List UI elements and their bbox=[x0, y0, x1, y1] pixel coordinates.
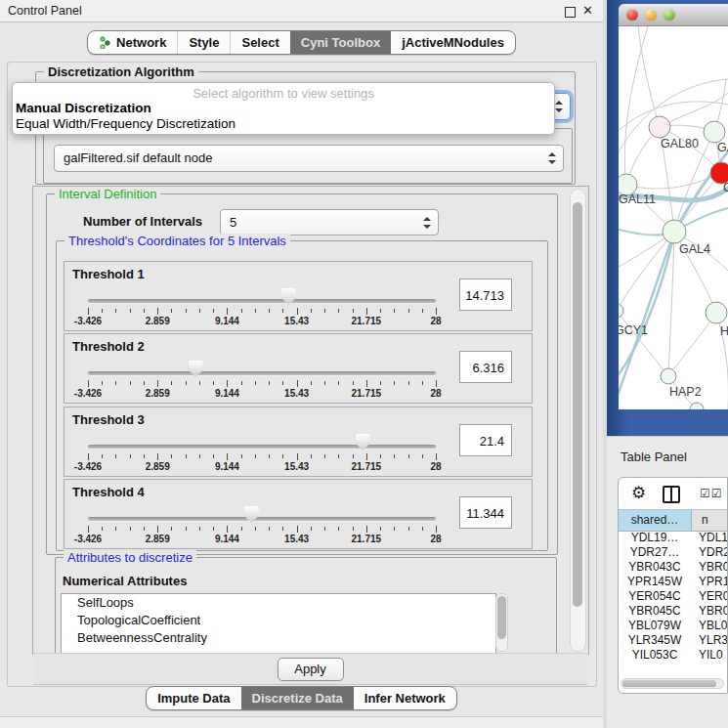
threshold-panel-1: Threshold 1 -3.4262.8599.14415.4321.7152… bbox=[64, 261, 533, 331]
threshold-panel-2: Threshold 2 -3.4262.8599.14415.4321.7152… bbox=[64, 333, 533, 404]
table-row[interactable]: YER054C YER0 bbox=[619, 589, 728, 604]
slider-track[interactable] bbox=[88, 445, 436, 449]
tab-style[interactable]: Style bbox=[177, 31, 230, 54]
threshold-value-field[interactable]: 21.4 bbox=[459, 424, 512, 456]
network-edge[interactable] bbox=[668, 313, 716, 376]
zoom-traffic-light-icon[interactable] bbox=[664, 9, 675, 21]
tab-label: Infer Network bbox=[364, 691, 446, 706]
tab-jactivemnodules[interactable]: jActiveMNodules bbox=[391, 31, 515, 54]
table-row[interactable]: YIL053C YIL0 bbox=[619, 648, 728, 663]
table-row[interactable]: YDL19… YDL1 bbox=[619, 531, 728, 545]
top-tab-bar: NetworkStyleSelectCyni ToolboxjActiveMNo… bbox=[0, 30, 603, 55]
tab-select[interactable]: Select bbox=[230, 31, 289, 54]
apply-button[interactable]: Apply bbox=[278, 658, 344, 681]
thresholds-group: Threshold's Coordinates for 5 Intervals … bbox=[56, 240, 548, 551]
node-label: GAL4 bbox=[679, 242, 710, 256]
network-node-gcy1[interactable] bbox=[619, 304, 623, 318]
tick-label: 9.144 bbox=[215, 316, 239, 326]
network-edge[interactable] bbox=[624, 26, 648, 185]
network-view-window[interactable]: GAL80GACGAL11GAL4GCY1HHAP2 bbox=[619, 4, 728, 409]
group-title-thresholds: Threshold's Coordinates for 5 Intervals bbox=[64, 234, 290, 248]
network-canvas[interactable]: GAL80GACGAL11GAL4GCY1HHAP2 bbox=[619, 26, 728, 409]
algorithm-dropdown-popup: Select algorithm to view settings Manual… bbox=[12, 82, 555, 135]
tick-label: 21.715 bbox=[352, 534, 382, 544]
tab-label: Network bbox=[116, 35, 166, 50]
numerical-attributes-label: Numerical Attributes bbox=[63, 574, 187, 588]
threshold-panel-4: Threshold 4 -3.4262.8599.14415.4321.7152… bbox=[64, 479, 533, 549]
tick-label: 9.144 bbox=[215, 388, 239, 399]
attribute-item-topologicalcoefficient[interactable]: TopologicalCoefficient bbox=[62, 612, 495, 629]
tab-discretize-data[interactable]: Discretize Data bbox=[241, 687, 354, 709]
table-data-combobox[interactable]: galFiltered.sif default node bbox=[54, 145, 564, 172]
threshold-slider[interactable]: -3.4262.8599.14415.4321.71528 bbox=[88, 334, 436, 403]
network-node-gal4[interactable] bbox=[663, 220, 686, 243]
threshold-slider[interactable]: -3.4262.8599.14415.4321.71528 bbox=[88, 407, 436, 476]
network-node-ga[interactable] bbox=[704, 121, 725, 143]
attributes-list-scrollbar[interactable] bbox=[495, 593, 508, 652]
threshold-value-field[interactable]: 6.316 bbox=[459, 351, 512, 383]
tick-label: -3.426 bbox=[74, 316, 102, 326]
network-node-gal80[interactable] bbox=[649, 116, 670, 138]
network-node-h[interactable] bbox=[706, 302, 727, 323]
slider-track[interactable] bbox=[88, 299, 436, 303]
panel-title: Control Panel bbox=[8, 4, 82, 18]
network-window-titlebar[interactable] bbox=[619, 4, 728, 26]
table-row[interactable]: YDR27… YDR2 bbox=[619, 545, 728, 560]
tick-label: 28 bbox=[430, 316, 441, 326]
tab-impute-data[interactable]: Impute Data bbox=[147, 687, 240, 709]
close-icon[interactable]: ✕ bbox=[582, 3, 593, 18]
node-label: GAL80 bbox=[661, 137, 699, 150]
table-row[interactable]: YBR045C YBR0 bbox=[619, 604, 728, 619]
tab-network[interactable]: Network bbox=[88, 31, 177, 54]
attribute-item-betweennesscentrality[interactable]: BetweennessCentrality bbox=[62, 629, 495, 647]
threshold-slider[interactable]: -3.4262.8599.14415.4321.71528 bbox=[88, 480, 436, 548]
group-title-interval-definition: Interval Definition bbox=[55, 187, 160, 201]
tick-label: -3.426 bbox=[74, 534, 102, 544]
tab-infer-network[interactable]: Infer Network bbox=[354, 687, 456, 709]
node-label: GA bbox=[717, 141, 728, 154]
number-of-intervals-label: Number of Intervals bbox=[83, 214, 202, 229]
split-columns-icon[interactable] bbox=[663, 486, 680, 503]
column-header-shared-name[interactable]: shared… bbox=[619, 510, 692, 531]
settings-vertical-scrollbar[interactable] bbox=[570, 189, 586, 652]
table-data-value: galFiltered.sif default node bbox=[64, 150, 212, 165]
table-row[interactable]: YBL079W YBL0 bbox=[619, 619, 728, 633]
node-label: C bbox=[723, 181, 728, 194]
tab-label: Style bbox=[189, 35, 219, 50]
node-label: GCY1 bbox=[619, 323, 648, 337]
tab-label: Impute Data bbox=[157, 691, 230, 706]
table-horizontal-scrollbar[interactable] bbox=[621, 678, 724, 689]
network-node[interactable] bbox=[690, 403, 704, 409]
network-edge[interactable] bbox=[638, 26, 660, 127]
table-data-group: Table Data galFiltered.sif default node bbox=[43, 128, 573, 184]
dropdown-option-manual-discretization[interactable]: Manual Discretization bbox=[13, 101, 554, 116]
table-row[interactable]: YBR043C YBR0 bbox=[619, 560, 728, 575]
table-row[interactable]: YPR145W YPR1 bbox=[619, 575, 728, 589]
dropdown-option-equal-width-frequency-discretization[interactable]: Equal Width/Frequency Discretization bbox=[13, 116, 554, 132]
attribute-item-selfloops[interactable]: SelfLoops bbox=[62, 594, 495, 612]
network-node-hap2[interactable] bbox=[661, 368, 676, 384]
close-traffic-light-icon[interactable] bbox=[626, 9, 638, 21]
minimize-traffic-light-icon[interactable] bbox=[645, 9, 657, 21]
table-header-row: shared… n bbox=[619, 509, 728, 532]
tick-label: 28 bbox=[430, 388, 441, 399]
number-of-intervals-combobox[interactable]: 5 bbox=[220, 209, 439, 236]
numerical-attributes-list[interactable]: SelfLoopsTopologicalCoefficientBetweenne… bbox=[61, 593, 496, 654]
float-window-icon[interactable] bbox=[565, 7, 576, 18]
select-columns-icon[interactable]: ☑☑ bbox=[700, 487, 723, 500]
gear-icon[interactable]: ⚙ bbox=[631, 483, 646, 503]
slider-track[interactable] bbox=[88, 371, 436, 375]
tab-cyni-toolbox[interactable]: Cyni Toolbox bbox=[290, 31, 391, 54]
threshold-value-field[interactable]: 11.344 bbox=[459, 496, 512, 529]
tick-label: 2.859 bbox=[146, 534, 170, 544]
column-header-name[interactable]: n bbox=[692, 510, 728, 531]
threshold-slider[interactable]: -3.4262.8599.14415.4321.71528 bbox=[88, 262, 436, 330]
bottom-tab-bar: Impute DataDiscretize DataInfer Network bbox=[0, 686, 603, 710]
control-panel-titlebar: Control Panel ✕ bbox=[0, 0, 603, 22]
slider-track[interactable] bbox=[88, 517, 436, 521]
table-row[interactable]: YLR345W YLR3 bbox=[619, 633, 728, 648]
control-panel: Control Panel ✕ NetworkStyleSelectCyni T… bbox=[0, 0, 604, 728]
tick-label: 15.43 bbox=[284, 316, 309, 326]
tick-label: -3.426 bbox=[74, 461, 102, 472]
threshold-value-field[interactable]: 14.713 bbox=[459, 278, 512, 311]
